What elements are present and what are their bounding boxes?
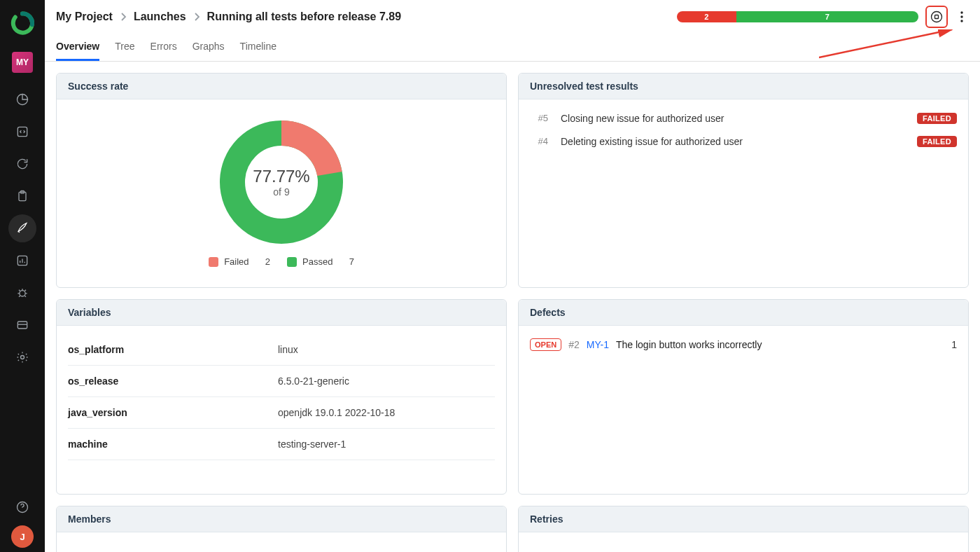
success-rate-panel: Success rate 77.77% of 9 (56, 73, 507, 288)
card-icon[interactable] (8, 311, 36, 339)
progress-pass-segment: 7 (736, 11, 918, 22)
swatch-fail-icon (209, 257, 218, 267)
app-logo-icon[interactable] (10, 7, 34, 48)
defect-index: #2 (568, 339, 580, 350)
defects-panel: Defects OPEN #2 MY-1 The login button wo… (518, 299, 969, 495)
tab-tree[interactable]: Tree (115, 36, 134, 61)
legend-failed: Failed 2 (209, 256, 270, 267)
panel-header: Defects (519, 300, 968, 326)
bug-icon[interactable] (8, 279, 36, 307)
defect-status-badge: OPEN (530, 338, 561, 351)
panel-header: Retries (519, 506, 968, 532)
svg-point-6 (21, 356, 24, 359)
panel-header: Unresolved test results (519, 74, 968, 99)
panel-header: Success rate (57, 74, 506, 99)
legend-passed: Passed 7 (287, 256, 354, 267)
tab-timeline[interactable]: Timeline (240, 36, 276, 61)
test-row[interactable]: #5 Closing new issue for authorized user… (530, 106, 957, 130)
unresolved-panel: Unresolved test results #5 Closing new i… (518, 73, 969, 288)
project-badge[interactable]: MY (12, 52, 33, 73)
left-sidebar: MY J (0, 0, 45, 552)
defect-issue-link[interactable]: MY-1 (587, 339, 609, 350)
variable-value: linux (278, 344, 298, 355)
status-badge: FAILED (917, 136, 957, 147)
launches-icon[interactable] (8, 214, 36, 242)
variable-row: machine testing-server-1 (68, 429, 495, 460)
panel-header: Members (57, 506, 506, 532)
svg-point-12 (960, 20, 962, 22)
settings-icon[interactable] (8, 343, 36, 371)
svg-point-8 (932, 11, 942, 22)
user-avatar[interactable]: J (11, 525, 34, 548)
variable-key: os_platform (68, 344, 278, 355)
stop-button-highlight (925, 6, 948, 28)
chevron-right-icon (120, 12, 127, 22)
variable-value: 6.5.0-21-generic (278, 375, 349, 387)
refresh-icon[interactable] (8, 150, 36, 178)
clipboard-icon[interactable] (8, 182, 36, 210)
help-icon[interactable] (8, 493, 36, 521)
variable-key: machine (68, 439, 278, 450)
success-donut-chart: 77.77% of 9 (218, 119, 344, 245)
variable-row: os_platform linux (68, 334, 495, 366)
variable-key: java_version (68, 407, 278, 418)
panel-header: Variables (57, 300, 506, 326)
status-progress-bar: 2 7 (677, 11, 918, 22)
svg-point-4 (20, 291, 25, 296)
stop-icon (930, 10, 944, 24)
test-name: Deleting existing issue for authorized u… (561, 136, 904, 147)
progress-fail-segment: 2 (677, 11, 736, 22)
defect-count: 1 (951, 339, 957, 350)
swatch-pass-icon (287, 257, 297, 267)
svg-point-11 (960, 15, 962, 18)
tabs: Overview Tree Errors Graphs Timeline (45, 34, 980, 62)
variable-key: os_release (68, 375, 278, 387)
status-badge: FAILED (917, 113, 957, 124)
variable-row: java_version openjdk 19.0.1 2022-10-18 (68, 397, 495, 429)
test-name: Closing new issue for authorized user (561, 113, 904, 124)
chevron-right-icon (193, 12, 200, 22)
svg-rect-0 (18, 127, 27, 136)
variable-value: openjdk 19.0.1 2022-10-18 (278, 407, 395, 418)
defect-row[interactable]: OPEN #2 MY-1 The login button works inco… (530, 334, 957, 355)
breadcrumb-section[interactable]: Launches (134, 11, 186, 23)
breadcrumb: My Project Launches Running all tests be… (56, 11, 401, 23)
breadcrumb-project[interactable]: My Project (56, 11, 113, 23)
svg-rect-9 (935, 15, 939, 18)
dots-vertical-icon (960, 11, 963, 22)
stop-button[interactable] (928, 8, 945, 25)
tab-overview[interactable]: Overview (56, 36, 99, 61)
retries-panel: Retries (518, 506, 969, 552)
tab-graphs[interactable]: Graphs (192, 36, 225, 61)
svg-rect-5 (18, 322, 27, 329)
test-index: #5 (530, 113, 548, 123)
members-panel: Members (56, 506, 507, 552)
test-row[interactable]: #4 Deleting existing issue for authorize… (530, 130, 957, 153)
more-menu-button[interactable] (955, 7, 969, 27)
test-index: #4 (530, 136, 548, 146)
pie-chart-icon[interactable] (8, 85, 36, 113)
tab-errors[interactable]: Errors (150, 36, 177, 61)
variable-value: testing-server-1 (278, 439, 346, 450)
breadcrumb-title: Running all tests before release 7.89 (207, 11, 401, 23)
code-icon[interactable] (8, 118, 36, 146)
analytics-icon[interactable] (8, 247, 36, 275)
variable-row: os_release 6.5.0-21-generic (68, 366, 495, 397)
svg-point-10 (960, 11, 962, 13)
success-total: of 9 (253, 186, 309, 198)
success-percent: 77.77% (253, 167, 309, 186)
defect-name: The login button works incorrectly (616, 339, 762, 350)
variables-panel: Variables os_platform linux os_release 6… (56, 299, 507, 495)
